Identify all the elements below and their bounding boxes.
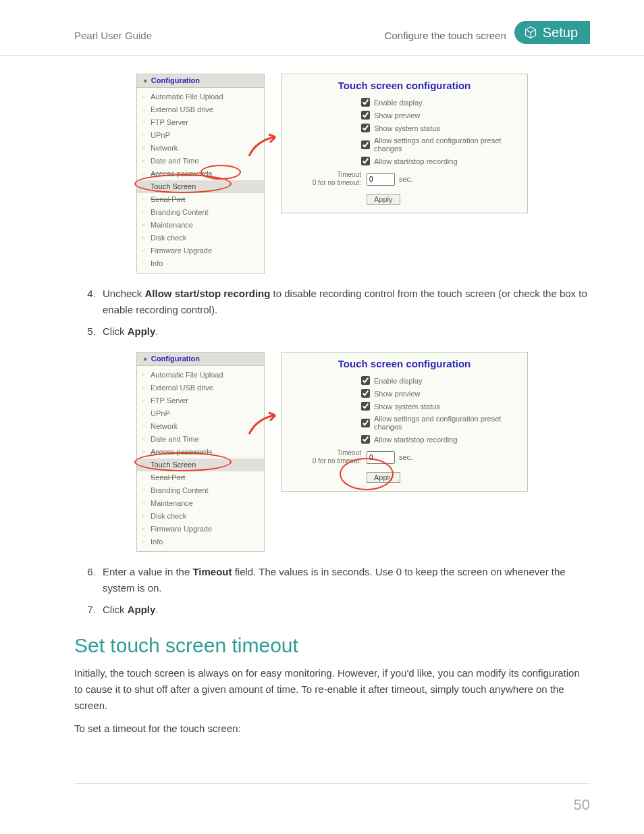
timeout-label-1: Timeout: [337, 449, 361, 457]
checkbox-enable-display[interactable]: [361, 376, 370, 385]
sidebar-header: Configuration: [137, 74, 264, 88]
timeout-label-2: 0 for no timeout:: [313, 457, 361, 465]
checkbox-label: Show preview: [374, 111, 420, 120]
checkbox-row: Allow settings and configuration preset …: [361, 136, 520, 153]
checkbox-row: Show system status: [361, 402, 520, 411]
checkbox-row: Show preview: [361, 389, 520, 398]
sidebar-item-touch-screen[interactable]: Touch Screen: [137, 459, 264, 471]
instruction-list-b: Enter a value in the Timeout field. The …: [74, 564, 590, 618]
instruction-list-a: Uncheck Allow start/stop recording to di…: [74, 286, 590, 340]
sidebar-item-serial-port[interactable]: Serial Port: [137, 471, 264, 484]
timeout-input[interactable]: [367, 451, 395, 464]
sidebar-item-access-passwords[interactable]: Access passwords: [137, 167, 264, 180]
sidebar-item-external-usb-drive[interactable]: External USB drive: [137, 382, 264, 394]
checkbox-allow-start-stop-recording[interactable]: [361, 157, 370, 165]
config-panel: Touch screen configuration Enable displa…: [281, 74, 528, 213]
checkbox-show-preview[interactable]: [361, 389, 370, 398]
timeout-unit: sec.: [399, 453, 412, 461]
checkbox-allow-settings-and-configuration-preset-changes[interactable]: [361, 419, 370, 427]
page-header: Pearl User Guide Configure the touch scr…: [0, 0, 644, 56]
sidebar-item-external-usb-drive[interactable]: External USB drive: [137, 103, 264, 116]
sidebar-item-serial-port[interactable]: Serial Port: [137, 193, 264, 206]
checkbox-allow-settings-and-configuration-preset-changes[interactable]: [361, 140, 370, 149]
instruction-step: Uncheck Allow start/stop recording to di…: [99, 286, 590, 318]
config-sidebar: Configuration Automatic File UploadExter…: [136, 74, 265, 273]
checkbox-row: Allow start/stop recording: [361, 157, 520, 165]
instruction-step: Click Apply.: [99, 602, 590, 618]
timeout-label-1: Timeout: [337, 171, 361, 178]
checkbox-label: Allow start/stop recording: [374, 436, 458, 444]
timeout-row: Timeout 0 for no timeout: sec.: [298, 171, 520, 187]
sidebar-item-access-passwords[interactable]: Access passwords: [137, 446, 264, 459]
sidebar-item-disk-check[interactable]: Disk check: [137, 510, 264, 523]
checkbox-label: Enable display: [374, 377, 423, 385]
sidebar-item-network[interactable]: Network: [137, 142, 264, 155]
checkbox-label: Show system status: [374, 124, 440, 132]
sidebar-header: Configuration: [137, 353, 264, 366]
setup-tab-label: Setup: [543, 25, 578, 41]
page-number: 50: [574, 796, 590, 813]
guide-title: Pearl User Guide: [74, 30, 152, 41]
checkbox-label: Allow settings and configuration preset …: [374, 415, 520, 431]
checkbox-row: Allow start/stop recording: [361, 435, 520, 444]
config-sidebar: Configuration Automatic File UploadExter…: [136, 352, 265, 552]
checkbox-row: Enable display: [361, 98, 520, 107]
checkbox-label: Show system status: [374, 402, 440, 411]
sidebar-item-info[interactable]: Info: [137, 536, 264, 548]
screenshot-1: Configuration Automatic File UploadExter…: [136, 74, 528, 273]
checkbox-label: Allow start/stop recording: [374, 157, 458, 165]
sidebar-item-firmware-upgrade[interactable]: Firmware Upgrade: [137, 523, 264, 536]
cube-icon: [524, 26, 537, 39]
checkbox-show-preview[interactable]: [361, 111, 370, 120]
screenshot-2: Configuration Automatic File UploadExter…: [136, 352, 528, 552]
checkbox-show-system-status[interactable]: [361, 124, 370, 132]
sidebar-item-ftp-server[interactable]: FTP Server: [137, 394, 264, 407]
sidebar-item-network[interactable]: Network: [137, 420, 264, 433]
sidebar-item-firmware-upgrade[interactable]: Firmware Upgrade: [137, 244, 264, 257]
checkbox-show-system-status[interactable]: [361, 402, 370, 411]
section-heading: Set touch screen timeout: [74, 634, 590, 657]
setup-tab: Setup: [514, 21, 590, 44]
page-topic: Configure the touch screen: [385, 30, 506, 41]
sidebar-item-automatic-file-upload[interactable]: Automatic File Upload: [137, 369, 264, 382]
sidebar-item-date-and-time[interactable]: Date and Time: [137, 433, 264, 446]
body-paragraph-2: To set a timeout for the touch screen:: [74, 721, 590, 737]
checkbox-row: Allow settings and configuration preset …: [361, 415, 520, 431]
checkbox-row: Show preview: [361, 111, 520, 120]
panel-title: Touch screen configuration: [288, 358, 520, 369]
checkbox-allow-start-stop-recording[interactable]: [361, 435, 370, 444]
sidebar-item-maintenance[interactable]: Maintenance: [137, 497, 264, 510]
timeout-unit: sec.: [399, 175, 412, 183]
sidebar-item-touch-screen[interactable]: Touch Screen: [137, 180, 264, 193]
sidebar-item-ftp-server[interactable]: FTP Server: [137, 116, 264, 129]
checkbox-row: Enable display: [361, 376, 520, 385]
page-footer: 50: [74, 783, 590, 814]
checkbox-enable-display[interactable]: [361, 98, 370, 107]
timeout-input[interactable]: [367, 173, 395, 186]
apply-button[interactable]: Apply: [367, 472, 400, 483]
checkbox-label: Allow settings and configuration preset …: [374, 136, 520, 153]
timeout-label-2: 0 for no timeout:: [313, 179, 361, 186]
sidebar-item-maintenance[interactable]: Maintenance: [137, 219, 264, 232]
sidebar-item-upnp[interactable]: UPnP: [137, 407, 264, 420]
sidebar-item-branding-content[interactable]: Branding Content: [137, 484, 264, 497]
sidebar-item-info[interactable]: Info: [137, 257, 264, 270]
instruction-step: Click Apply.: [99, 323, 590, 340]
instruction-step: Enter a value in the Timeout field. The …: [99, 564, 590, 596]
checkbox-label: Enable display: [374, 99, 423, 107]
checkbox-label: Show preview: [374, 390, 420, 398]
body-paragraph-1: Initially, the touch screen is always on…: [74, 665, 590, 714]
timeout-row: Timeout 0 for no timeout: sec.: [298, 449, 520, 465]
sidebar-item-disk-check[interactable]: Disk check: [137, 232, 264, 244]
sidebar-item-upnp[interactable]: UPnP: [137, 129, 264, 142]
apply-button[interactable]: Apply: [367, 194, 400, 205]
sidebar-item-automatic-file-upload[interactable]: Automatic File Upload: [137, 90, 264, 103]
sidebar-item-branding-content[interactable]: Branding Content: [137, 206, 264, 219]
sidebar-item-date-and-time[interactable]: Date and Time: [137, 155, 264, 167]
checkbox-row: Show system status: [361, 124, 520, 132]
panel-title: Touch screen configuration: [288, 80, 520, 91]
config-panel: Touch screen configuration Enable displa…: [281, 352, 528, 492]
